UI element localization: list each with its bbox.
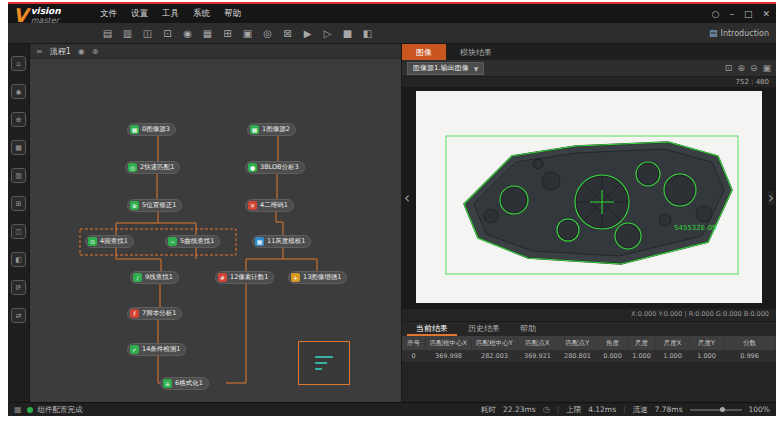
zoom-out-icon[interactable]: ⊖ — [750, 63, 758, 73]
node-circle-find[interactable]: ⊙4圆查找1 — [85, 235, 134, 248]
zoom-level: 100% — [749, 405, 770, 414]
node-pixel-count[interactable]: #12像素计数1 — [215, 271, 274, 284]
menu-settings[interactable]: 设置 — [131, 8, 148, 20]
stop-icon[interactable]: ■ — [340, 26, 355, 41]
flow-canvas[interactable]: ▦0图像源3 ▦1图像源2 ◎2快速匹配1 ●3BLOB分析3 ⊕5位置修正1 … — [30, 59, 401, 402]
menu-tools[interactable]: 工具 — [162, 8, 179, 20]
flow-run-icon[interactable]: ◉ — [78, 47, 85, 56]
image-canvas[interactable]: 545532E-09 — [416, 91, 762, 303]
node-curve-find[interactable]: ~5曲线查找1 — [165, 235, 220, 248]
communication-icon[interactable]: ⊠ — [280, 26, 295, 41]
node-fast-match[interactable]: ◎2快速匹配1 — [125, 161, 180, 174]
image-source-icon: ▦ — [250, 125, 259, 134]
table-row[interactable]: 0 369.998 282.003 369.921 280.801 0.000 … — [402, 350, 776, 363]
camera-icon[interactable]: ◉ — [180, 26, 195, 41]
location-icon[interactable]: ⊕ — [11, 112, 26, 127]
flow-tab-label[interactable]: 流程1 — [50, 46, 71, 57]
visionmaster-window: V vision master 文件 设置 工具 系统 帮助 ○ – □ ✕ ▤… — [8, 4, 776, 416]
node-label: 2快速匹配1 — [140, 163, 174, 172]
introduction-label: Introduction — [721, 29, 769, 38]
minimize-button[interactable]: – — [729, 9, 734, 19]
col-scale-x: 尺度X — [656, 339, 690, 348]
recognition-icon[interactable]: ▥ — [11, 168, 26, 183]
result-table: 序号 匹配框中心X 匹配框中心Y 匹配点X 匹配点Y 角度 尺度 尺度X 尺度Y… — [402, 336, 776, 363]
flow-list-icon[interactable]: ≡ — [36, 47, 43, 56]
menu-system[interactable]: 系统 — [193, 8, 210, 20]
separator: | — [623, 405, 626, 414]
flow-add-icon[interactable]: ⊕ — [92, 47, 99, 56]
home-icon[interactable]: ⌂ — [11, 56, 26, 71]
qrcode-icon: ✕ — [248, 201, 257, 210]
viewer-toolbar: 图像源1.输出图像 ▼ ⊡ ⊕ ⊖ ▣ — [402, 60, 776, 77]
status-menu-icon[interactable]: ▦ — [14, 405, 22, 414]
image-viewer[interactable]: ‹ › — [402, 87, 776, 309]
node-image-source-2[interactable]: ▦1图像源2 — [247, 123, 296, 136]
image-processing-icon[interactable]: ◫ — [11, 224, 26, 239]
tab-image[interactable]: 图像 — [402, 44, 446, 60]
cell-match-point-y: 280.801 — [558, 352, 598, 360]
run-once-icon[interactable]: ▷ — [320, 26, 335, 41]
result-table-header: 序号 匹配框中心X 匹配框中心Y 匹配点X 匹配点Y 角度 尺度 尺度X 尺度Y… — [402, 336, 776, 350]
menu-file[interactable]: 文件 — [100, 8, 117, 20]
cell-match-center-x: 369.998 — [426, 352, 472, 360]
menu-help[interactable]: 帮助 — [224, 8, 241, 20]
next-image-arrow[interactable]: › — [768, 191, 774, 205]
global-script-icon[interactable]: ◎ — [260, 26, 275, 41]
sort-icon — [311, 352, 337, 374]
calibration-icon[interactable]: ⊞ — [11, 196, 26, 211]
zoom-slider[interactable] — [690, 409, 742, 411]
elapsed-value: 22.23ms — [503, 405, 536, 414]
fit-view-icon[interactable]: ⊡ — [725, 63, 733, 73]
node-gray-template[interactable]: ▦11灰度模板1 — [252, 235, 311, 248]
flow-panel: ≡ 流程1 ◉ ⊕ — [30, 44, 402, 402]
screenshot-icon[interactable]: ⊡ — [160, 26, 175, 41]
settings-icon[interactable]: ◧ — [360, 26, 375, 41]
logic-if-icon[interactable]: IF — [11, 280, 26, 295]
dual-screen-icon[interactable]: ⊞ — [220, 26, 235, 41]
module-list-icon[interactable]: ▣ — [240, 26, 255, 41]
separator: | — [557, 405, 560, 414]
tab-history-result[interactable]: 历史结果 — [459, 322, 509, 336]
close-button[interactable]: ✕ — [762, 9, 770, 19]
save-all-icon[interactable]: ◫ — [140, 26, 155, 41]
zoom-in-icon[interactable]: ⊕ — [737, 63, 745, 73]
acquisition-icon[interactable]: ◉ — [11, 84, 26, 99]
node-blob-analysis[interactable]: ●3BLOB分析3 — [245, 161, 305, 174]
measure-icon[interactable]: ▦ — [11, 140, 26, 155]
open-icon[interactable]: ▥ — [120, 26, 135, 41]
format-icon: ≡ — [163, 379, 172, 388]
fullscreen-icon[interactable]: ▣ — [762, 63, 771, 73]
minimap-window[interactable] — [298, 341, 350, 385]
tab-help[interactable]: 帮助 — [511, 322, 545, 336]
data-table-icon[interactable]: ▦ — [200, 26, 215, 41]
pixel-count-icon: # — [218, 273, 227, 282]
tab-current-result[interactable]: 当前结果 — [407, 322, 457, 336]
prev-image-arrow[interactable]: ‹ — [404, 191, 410, 205]
menubar: 文件 设置 工具 系统 帮助 — [100, 8, 241, 20]
maximize-button[interactable]: □ — [744, 9, 753, 19]
logo-line1: vision — [31, 7, 61, 16]
node-image-source-3[interactable]: ▦0图像源3 — [127, 123, 176, 136]
communication-tool-icon[interactable]: ⇄ — [11, 308, 26, 323]
logo-v-icon: V — [13, 6, 28, 25]
run-continuous-icon[interactable]: ▶ — [300, 26, 315, 41]
node-line-find[interactable]: /9线查找1 — [130, 271, 179, 284]
introduction-link[interactable]: ▤ Introduction — [709, 28, 769, 38]
limit-label: 上限 — [566, 405, 581, 415]
node-position-fix[interactable]: ⊕5位置修正1 — [127, 199, 182, 212]
script-icon: f — [130, 309, 139, 318]
node-format[interactable]: ≡6格式化1 — [160, 377, 209, 390]
color-processing-icon[interactable]: ◧ — [11, 252, 26, 267]
theme-button[interactable]: ○ — [712, 9, 720, 19]
chevron-down-icon: ▼ — [474, 65, 479, 72]
node-qrcode[interactable]: ✕4二维码1 — [245, 199, 294, 212]
node-condition-check[interactable]: ✓14条件检测1 — [127, 343, 186, 356]
image-source-selector[interactable]: 图像源1.输出图像 ▼ — [407, 62, 484, 75]
save-icon[interactable]: ▤ — [100, 26, 115, 41]
node-image-enhance[interactable]: +13图像增强1 — [288, 271, 347, 284]
condition-icon: ✓ — [130, 345, 139, 354]
zoom-slider-thumb[interactable] — [720, 407, 725, 412]
node-script[interactable]: f7脚本分析1 — [127, 307, 182, 320]
status-ready-text: 组件配置完成 — [38, 405, 83, 415]
tab-module-result[interactable]: 模块结果 — [446, 44, 506, 60]
